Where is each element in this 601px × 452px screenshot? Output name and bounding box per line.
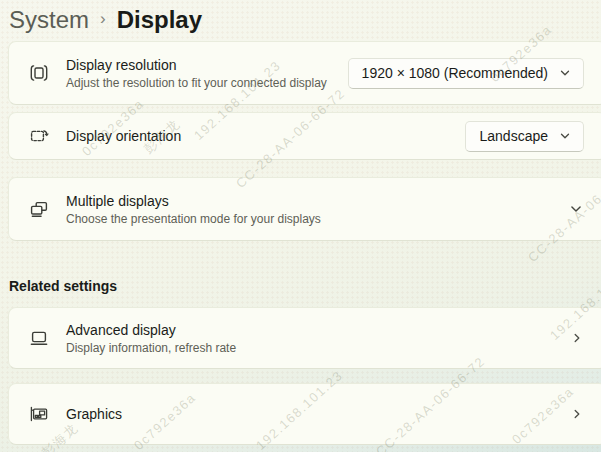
- chevron-down-icon[interactable]: [569, 202, 583, 216]
- setting-title: Display orientation: [66, 127, 453, 145]
- page-title: Display: [117, 3, 202, 37]
- setting-text-block: Advanced display Display information, re…: [66, 321, 571, 356]
- breadcrumb-chevron-icon: ›: [100, 2, 106, 36]
- setting-text-block: Display orientation: [66, 127, 453, 145]
- setting-card-display-resolution: Display resolution Adjust the resolution…: [8, 41, 601, 105]
- setting-title: Graphics: [66, 405, 571, 423]
- setting-card-graphics[interactable]: Graphics: [8, 383, 601, 445]
- dropdown-selected-value: 1920 × 1080 (Recommended): [362, 65, 548, 81]
- setting-title: Display resolution: [66, 56, 336, 74]
- chevron-down-icon: [559, 67, 571, 79]
- orientation-dropdown[interactable]: Landscape: [465, 121, 584, 152]
- setting-card-display-orientation: Display orientation Landscape: [8, 112, 601, 160]
- setting-title: Advanced display: [66, 321, 571, 339]
- settings-list: Display resolution Adjust the resolution…: [8, 41, 601, 445]
- breadcrumb-system-link[interactable]: System: [9, 3, 89, 37]
- setting-card-multiple-displays[interactable]: Multiple displays Choose the presentatio…: [8, 177, 601, 241]
- chevron-right-icon: [571, 408, 583, 420]
- dropdown-selected-value: Landscape: [479, 128, 548, 144]
- setting-text-block: Display resolution Adjust the resolution…: [66, 56, 336, 91]
- setting-title: Multiple displays: [66, 192, 569, 210]
- chevron-down-icon: [559, 130, 571, 142]
- monitor-icon: [29, 328, 49, 348]
- breadcrumb: System › Display: [9, 2, 202, 38]
- settings-window: System › Display Display resolution Adju…: [0, 0, 601, 452]
- setting-text-block: Multiple displays Choose the presentatio…: [66, 192, 569, 227]
- resolution-dropdown[interactable]: 1920 × 1080 (Recommended): [348, 58, 584, 89]
- setting-subtitle: Adjust the resolution to fit your connec…: [66, 76, 336, 91]
- screen-rotate-icon: [29, 126, 49, 146]
- setting-text-block: Graphics: [66, 405, 571, 423]
- related-settings-heading: Related settings: [9, 278, 601, 294]
- dual-monitors-icon: [29, 199, 49, 219]
- setting-card-advanced-display[interactable]: Advanced display Display information, re…: [8, 307, 601, 369]
- gpu-card-icon: [29, 404, 49, 424]
- chevron-right-icon: [571, 332, 583, 344]
- resolution-brackets-icon: [29, 63, 49, 83]
- setting-subtitle: Choose the presentation mode for your di…: [66, 212, 569, 227]
- setting-subtitle: Display information, refresh rate: [66, 341, 571, 356]
